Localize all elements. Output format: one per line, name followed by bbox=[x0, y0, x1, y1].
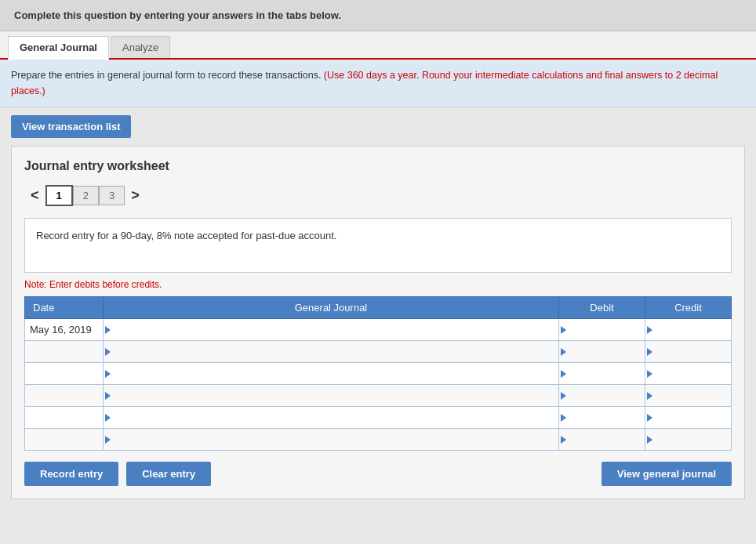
worksheet-title: Journal entry worksheet bbox=[24, 159, 732, 173]
journal-cell-1[interactable] bbox=[104, 319, 559, 341]
instruction-text: Prepare the entries in general journal f… bbox=[11, 70, 324, 81]
page-2-button[interactable]: 2 bbox=[73, 186, 99, 205]
table-row bbox=[25, 407, 732, 429]
credit-cell-6[interactable] bbox=[645, 429, 732, 451]
table-row bbox=[25, 385, 732, 407]
credit-cell-5[interactable] bbox=[645, 407, 732, 429]
tab-analyze[interactable]: Analyze bbox=[111, 36, 170, 58]
credit-input-4[interactable] bbox=[645, 385, 731, 406]
date-cell-3 bbox=[25, 363, 104, 385]
journal-cell-5[interactable] bbox=[104, 407, 559, 429]
date-cell-1: May 16, 2019 bbox=[25, 319, 104, 341]
debit-input-1[interactable] bbox=[559, 319, 645, 340]
journal-input-5[interactable] bbox=[104, 407, 558, 428]
date-cell-4 bbox=[25, 385, 104, 407]
banner-text: Complete this question by entering your … bbox=[14, 9, 341, 21]
credit-cell-1[interactable] bbox=[645, 319, 732, 341]
debit-input-4[interactable] bbox=[559, 385, 645, 406]
instruction-bar: Prepare the entries in general journal f… bbox=[0, 60, 756, 107]
view-general-journal-button[interactable]: View general journal bbox=[602, 462, 732, 486]
table-row bbox=[25, 341, 732, 363]
top-banner: Complete this question by entering your … bbox=[0, 0, 756, 31]
journal-cell-3[interactable] bbox=[104, 363, 559, 385]
debit-cell-4[interactable] bbox=[559, 385, 645, 407]
tabs-bar: General Journal Analyze bbox=[0, 31, 756, 60]
debit-cell-6[interactable] bbox=[559, 429, 645, 451]
entry-description-box: Record entry for a 90-day, 8% note accep… bbox=[24, 218, 732, 273]
credit-input-5[interactable] bbox=[645, 407, 731, 428]
date-cell-2 bbox=[25, 341, 104, 363]
journal-cell-2[interactable] bbox=[104, 341, 559, 363]
journal-input-6[interactable] bbox=[104, 429, 558, 450]
entry-description-text: Record entry for a 90-day, 8% note accep… bbox=[36, 230, 336, 241]
table-row bbox=[25, 363, 732, 385]
col-header-date: Date bbox=[25, 297, 104, 319]
col-header-debit: Debit bbox=[559, 297, 645, 319]
prev-page-button[interactable]: < bbox=[24, 184, 45, 207]
page-1-button[interactable]: 1 bbox=[45, 185, 73, 206]
worksheet-container: Journal entry worksheet < 1 2 3 > Record… bbox=[11, 146, 745, 499]
clear-entry-button[interactable]: Clear entry bbox=[126, 462, 211, 486]
record-entry-button[interactable]: Record entry bbox=[24, 462, 118, 486]
debit-cell-1[interactable] bbox=[559, 319, 645, 341]
journal-input-3[interactable] bbox=[104, 363, 558, 384]
pagination: < 1 2 3 > bbox=[24, 184, 732, 207]
journal-input-1[interactable] bbox=[104, 319, 558, 340]
date-cell-5 bbox=[25, 407, 104, 429]
credit-cell-4[interactable] bbox=[645, 385, 732, 407]
table-row bbox=[25, 429, 732, 451]
page-3-button[interactable]: 3 bbox=[99, 186, 125, 205]
tab-general-journal[interactable]: General Journal bbox=[8, 36, 109, 60]
journal-table: Date General Journal Debit Credit May 16… bbox=[24, 296, 732, 451]
debit-input-6[interactable] bbox=[559, 429, 645, 450]
next-page-button[interactable]: > bbox=[125, 184, 146, 207]
debit-cell-5[interactable] bbox=[559, 407, 645, 429]
journal-cell-4[interactable] bbox=[104, 385, 559, 407]
debit-input-2[interactable] bbox=[559, 341, 645, 362]
note-text: Note: Enter debits before credits. bbox=[24, 279, 732, 290]
journal-input-4[interactable] bbox=[104, 385, 558, 406]
journal-cell-6[interactable] bbox=[104, 429, 559, 451]
debit-input-5[interactable] bbox=[559, 407, 645, 428]
table-row: May 16, 2019 bbox=[25, 319, 732, 341]
credit-input-2[interactable] bbox=[645, 341, 731, 362]
credit-input-1[interactable] bbox=[645, 319, 731, 340]
col-header-credit: Credit bbox=[645, 297, 732, 319]
journal-input-2[interactable] bbox=[104, 341, 558, 362]
credit-cell-3[interactable] bbox=[645, 363, 732, 385]
debit-input-3[interactable] bbox=[559, 363, 645, 384]
view-transaction-button[interactable]: View transaction list bbox=[11, 115, 131, 138]
credit-input-6[interactable] bbox=[645, 429, 731, 450]
credit-cell-2[interactable] bbox=[645, 341, 732, 363]
credit-input-3[interactable] bbox=[645, 363, 731, 384]
date-cell-6 bbox=[25, 429, 104, 451]
debit-cell-3[interactable] bbox=[559, 363, 645, 385]
col-header-journal: General Journal bbox=[104, 297, 559, 319]
bottom-buttons: Record entry Clear entry View general jo… bbox=[24, 462, 732, 486]
debit-cell-2[interactable] bbox=[559, 341, 645, 363]
